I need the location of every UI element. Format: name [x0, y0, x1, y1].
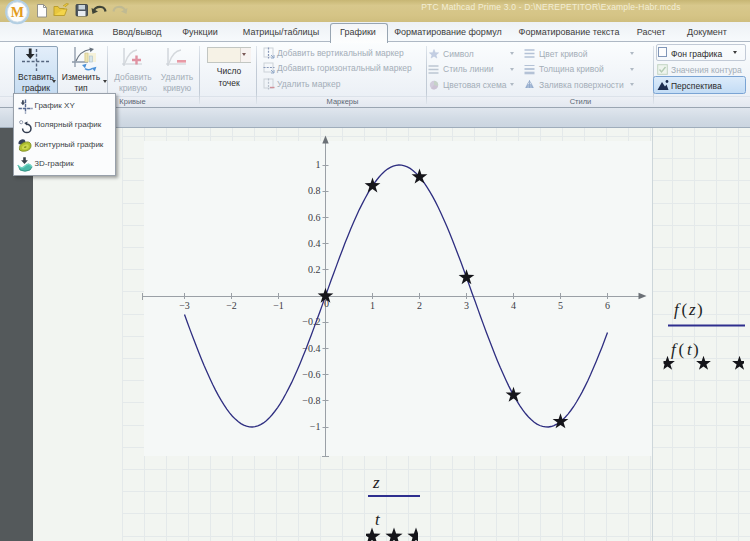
svg-text:3: 3 [464, 300, 469, 311]
svg-text:0.8: 0.8 [308, 185, 321, 196]
svg-text:): ) [697, 300, 703, 319]
svg-text:z: z [688, 300, 696, 319]
svg-text:2: 2 [417, 300, 422, 311]
svg-text:f: f [674, 300, 681, 319]
svg-text:(: ( [679, 340, 685, 359]
svg-text:): ) [693, 340, 699, 359]
svg-text:f: f [671, 340, 678, 359]
svg-text:−0.8: −0.8 [302, 395, 320, 406]
svg-text:4: 4 [511, 300, 516, 311]
svg-text:−3: −3 [179, 300, 190, 311]
svg-text:−2: −2 [226, 300, 237, 311]
svg-text:−0.6: −0.6 [302, 369, 320, 380]
svg-text:0.2: 0.2 [308, 264, 321, 275]
svg-text:0.6: 0.6 [308, 212, 321, 223]
svg-text:z: z [372, 473, 380, 492]
svg-text:1: 1 [370, 300, 375, 311]
svg-text:1: 1 [316, 159, 321, 170]
svg-text:t: t [375, 510, 381, 529]
svg-text:5: 5 [558, 300, 563, 311]
svg-text:0.4: 0.4 [308, 238, 321, 249]
svg-text:(: ( [682, 300, 688, 319]
svg-text:−1: −1 [310, 421, 321, 432]
svg-text:−1: −1 [273, 300, 284, 311]
svg-text:6: 6 [605, 300, 610, 311]
